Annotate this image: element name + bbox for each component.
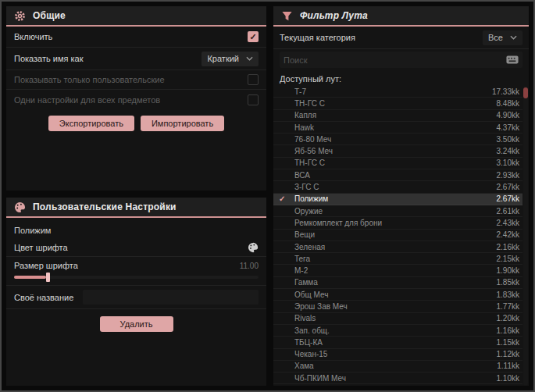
category-value: Все	[488, 33, 503, 42]
show-name-dropdown[interactable]: Краткий	[202, 52, 259, 66]
panel-general-header: Общие	[6, 6, 266, 27]
loot-row[interactable]: Hawk 4.37kk	[273, 122, 523, 134]
loot-list: Т-7 17.33kk ТН-ГС С 8.48kk Капля 4.90kk …	[273, 86, 523, 386]
loot-item-name: Чекан-15	[294, 350, 497, 358]
loot-item-value: 2.43kk	[497, 219, 519, 227]
loot-item-name: Зап. общ.	[294, 326, 497, 335]
loot-row[interactable]: 76-80 Меч 3.50kk	[273, 134, 523, 145]
show-name-label: Показать имя как	[14, 54, 84, 63]
panel-filter-header: Фильтр Лута	[273, 6, 529, 27]
loot-item-name: Оружие	[294, 207, 497, 216]
loot-row[interactable]: ТН-ГС С 8.48kk	[273, 98, 523, 109]
loot-row[interactable]: ✓ Полижим 2.67kk	[273, 194, 523, 205]
show-name-row: Показать имя как Краткий	[6, 48, 266, 70]
loot-row[interactable]: ТН-ГС С 3.10kk	[273, 158, 523, 169]
custom-name-input[interactable]	[83, 290, 259, 305]
loot-scrollbar[interactable]	[523, 86, 528, 386]
loot-item-value: 1.16kk	[497, 326, 519, 335]
loot-item-value: 1.77kk	[497, 302, 519, 311]
loot-row[interactable]: Капля 4.90kk	[273, 110, 523, 122]
import-button[interactable]: Импортировать	[141, 116, 224, 131]
loot-item-value: 1.11kk	[497, 362, 519, 370]
loot-row[interactable]: Общ Меч 1.83kk	[273, 289, 523, 301]
enable-checkbox[interactable]: ✓	[248, 31, 259, 42]
custom-name-row: Своё название	[6, 286, 266, 309]
loot-item-value: 8.48kk	[497, 99, 519, 108]
font-size-value: 11.00	[240, 262, 259, 270]
export-import-row: Экспортировать Импортировать	[6, 109, 266, 131]
font-size-row: Размер шрифта 11.00	[6, 257, 266, 274]
loot-item-value: 3.50kk	[497, 135, 519, 144]
panel-general: Общие Включить ✓ Показать имя как Кратки…	[6, 6, 266, 191]
loot-item-name: Ремкомплект для брони	[294, 219, 497, 227]
settings-window: Общие Включить ✓ Показать имя как Кратки…	[0, 0, 535, 392]
loot-row[interactable]: Эрош Зав Меч 1.77kk	[273, 301, 523, 312]
one-settings-row: Одни настройки для всех предметов	[6, 90, 266, 109]
available-loot-label: Доступный лут:	[273, 71, 529, 86]
loot-row[interactable]: З-ГС С 2.67kk	[273, 181, 523, 193]
loot-row[interactable]: ВСА 2.93kk	[273, 169, 523, 181]
panel-custom-title: Пользовательские Настройки	[33, 201, 177, 212]
custom-name-label: Своё название	[14, 293, 73, 302]
category-dropdown[interactable]: Все	[483, 30, 523, 45]
slider-fill	[14, 276, 46, 279]
loot-row[interactable]: Зеленая 2.16kk	[273, 241, 523, 253]
one-settings-checkbox	[248, 94, 259, 105]
font-color-row: Цвет шрифта	[6, 238, 266, 257]
loot-item-value: 3.24kk	[497, 147, 519, 155]
loot-row[interactable]: ТБЦ-КА 1.15kk	[273, 337, 523, 348]
loot-item-name: ВСА	[294, 171, 497, 180]
loot-item-name: ТБЦ-КА	[294, 338, 497, 347]
only-custom-row: Показывать только пользовательские	[6, 70, 266, 90]
panel-filter-title: Фильтр Лута	[300, 10, 368, 21]
loot-row[interactable]: Оружие 2.61kk	[273, 205, 523, 217]
loot-row[interactable]: Гамма 1.85kk	[273, 277, 523, 289]
selected-check-icon: ✓	[279, 194, 290, 203]
loot-item-name: Гамма	[294, 278, 497, 287]
category-label: Текущая категория	[280, 33, 355, 42]
loot-row[interactable]: Т-7 17.33kk	[273, 86, 523, 98]
funnel-icon	[281, 10, 293, 22]
color-picker-icon[interactable]	[248, 242, 259, 253]
loot-row[interactable]: М-2 1.90kk	[273, 265, 523, 276]
loot-item-value: 1.12kk	[497, 350, 519, 358]
loot-item-name: М-2	[294, 266, 497, 275]
loot-item-value: 17.33kk	[492, 87, 519, 96]
loot-item-name: Чб-ПКИМ Меч	[294, 374, 497, 383]
font-size-slider[interactable]	[14, 276, 259, 279]
only-custom-label: Показывать только пользовательские	[14, 75, 165, 84]
loot-item-value: 1.90kk	[497, 266, 519, 275]
right-column: Фильтр Лута Текущая категория Все	[273, 6, 529, 386]
loot-item-value: 1.10kk	[497, 374, 519, 383]
loot-row[interactable]: Чб-ПКИМ Меч 1.10kk	[273, 372, 523, 384]
loot-item-name: Тега	[294, 255, 497, 263]
search-input[interactable]	[284, 55, 506, 65]
loot-scrollbar-thumb[interactable]	[523, 87, 528, 98]
loot-row[interactable]: Тега 2.15kk	[273, 253, 523, 265]
keyboard-icon[interactable]	[506, 55, 519, 64]
slider-handle[interactable]	[46, 273, 50, 282]
loot-item-value: 2.67kk	[497, 194, 519, 203]
chevron-down-icon	[246, 56, 253, 61]
loot-item-name: ТН-ГС С	[294, 99, 497, 108]
loot-item-value: 2.93kk	[497, 171, 519, 180]
delete-button[interactable]: Удалить	[100, 316, 173, 332]
export-button[interactable]: Экспортировать	[48, 116, 134, 131]
loot-item-name: Капля	[294, 111, 497, 119]
panel-loot-filter: Фильтр Лута Текущая категория Все	[273, 6, 529, 386]
loot-row[interactable]: Rivals 1.20kk	[273, 313, 523, 325]
panel-general-title: Общие	[33, 10, 66, 21]
loot-item-value: 4.90kk	[497, 111, 519, 119]
loot-list-wrap: Т-7 17.33kk ТН-ГС С 8.48kk Капля 4.90kk …	[273, 86, 529, 386]
loot-item-value: 2.42kk	[497, 230, 519, 239]
enable-row: Включить ✓	[6, 27, 266, 48]
enable-label: Включить	[14, 32, 52, 41]
loot-row[interactable]: Яб-56 Меч 3.24kk	[273, 145, 523, 157]
search-bar	[280, 52, 523, 68]
loot-item-value: 1.20kk	[497, 314, 519, 323]
loot-row[interactable]: Чекан-15 1.12kk	[273, 349, 523, 361]
loot-row[interactable]: Ремкомплект для брони 2.43kk	[273, 217, 523, 229]
loot-row[interactable]: Хама 1.11kk	[273, 361, 523, 372]
loot-row[interactable]: Вещи 2.42kk	[273, 230, 523, 241]
loot-row[interactable]: Зап. общ. 1.16kk	[273, 325, 523, 337]
